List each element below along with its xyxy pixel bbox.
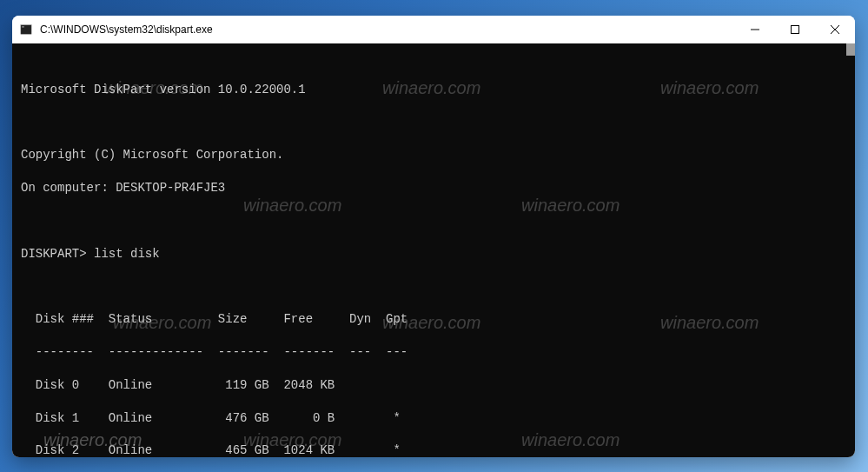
copyright-line: Copyright (C) Microsoft Corporation. <box>21 147 846 163</box>
computer-line: On computer: DESKTOP-PR4FJE3 <box>21 180 846 196</box>
window-controls <box>735 16 855 43</box>
app-icon <box>19 23 33 37</box>
console-window: C:\WINDOWS\system32\diskpart.exe Microso… <box>12 16 855 457</box>
prompt-line: DISKPART> list disk <box>21 246 846 263</box>
blank-line <box>21 278 846 295</box>
terminal-output[interactable]: Microsoft DiskPart version 10.0.22000.1 … <box>12 43 855 457</box>
titlebar[interactable]: C:\WINDOWS\system32\diskpart.exe <box>12 16 855 43</box>
close-button[interactable] <box>815 16 855 43</box>
scrollbar-thumb[interactable] <box>846 43 855 56</box>
svg-rect-0 <box>21 25 31 35</box>
version-line: Microsoft DiskPart version 10.0.22000.1 <box>21 82 846 98</box>
table-row: Disk 1 Online 476 GB 0 B * <box>21 410 846 427</box>
table-row: Disk 0 Online 119 GB 2048 KB <box>21 377 846 394</box>
minimize-button[interactable] <box>735 16 775 43</box>
svg-rect-3 <box>792 26 799 34</box>
blank-line <box>21 115 846 131</box>
blank-line <box>21 213 846 229</box>
table-divider: -------- ------------- ------- ------- -… <box>21 344 846 361</box>
table-row: Disk 2 Online 465 GB 1024 KB * <box>21 442 846 457</box>
table-header: Disk ### Status Size Free Dyn Gpt <box>21 311 846 328</box>
svg-rect-1 <box>22 27 24 28</box>
window-title: C:\WINDOWS\system32\diskpart.exe <box>40 23 735 36</box>
maximize-button[interactable] <box>775 16 815 43</box>
